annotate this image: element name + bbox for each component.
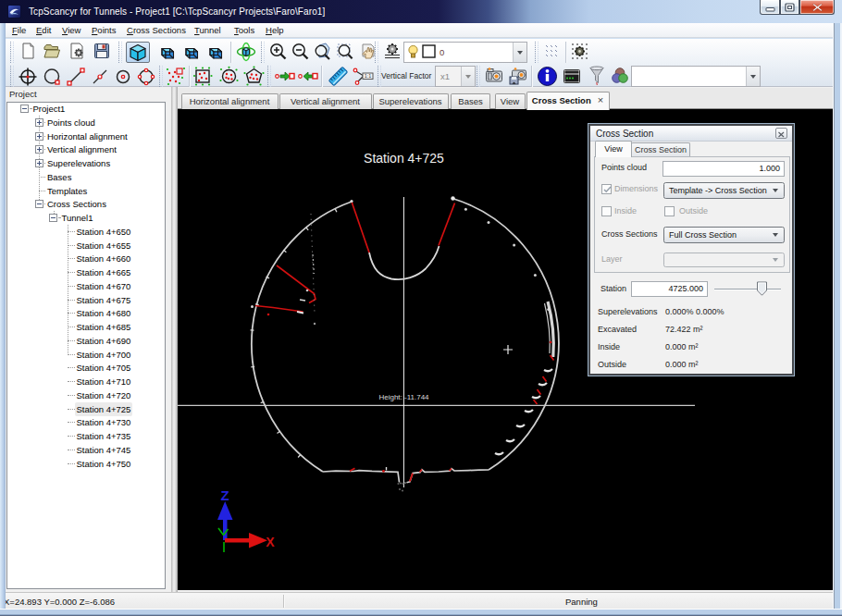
tree-item-label[interactable]: Station 4+745 bbox=[77, 443, 131, 457]
tree-collapse-icon[interactable] bbox=[35, 200, 43, 208]
tree-item-station-4720[interactable]: Station 4+720 bbox=[7, 388, 165, 402]
tree-expand-icon[interactable] bbox=[35, 145, 43, 154]
points-window-icon[interactable] bbox=[192, 66, 214, 87]
tab-close-icon[interactable]: × bbox=[598, 94, 603, 105]
points-polygon-icon[interactable] bbox=[243, 66, 265, 87]
command-window-icon[interactable] bbox=[563, 66, 582, 87]
tree-item-label[interactable]: Station 4+735 bbox=[77, 429, 131, 443]
panel-tab-cross-section[interactable]: Cross Section bbox=[631, 142, 690, 157]
tree-item-label[interactable]: Station 4+675 bbox=[77, 293, 131, 307]
tree-item-vertical-alignment[interactable]: Vertical alignment bbox=[7, 142, 165, 156]
tree-item-label[interactable]: Cross Sections bbox=[47, 197, 106, 211]
tree-item-cross-sections[interactable]: Cross Sections bbox=[7, 197, 165, 211]
layer-combo[interactable] bbox=[663, 253, 785, 267]
menu-points[interactable]: Points bbox=[92, 24, 116, 37]
menu-help[interactable]: Help bbox=[266, 24, 284, 37]
tree-item-label[interactable]: Station 4+690 bbox=[77, 334, 131, 348]
panel-tab-view[interactable]: View bbox=[595, 141, 632, 157]
tree-item-label[interactable]: Station 4+710 bbox=[77, 375, 131, 388]
tree-item-label[interactable]: Tunnel1 bbox=[62, 211, 93, 225]
tree-item-label[interactable]: Templates bbox=[47, 184, 87, 198]
zoom-out-icon[interactable] bbox=[291, 42, 311, 63]
tree-collapse-icon[interactable] bbox=[20, 105, 29, 113]
tab-vertical-alignment[interactable]: Vertical alignment bbox=[279, 93, 372, 109]
cross-section-panel-titlebar[interactable]: Cross Section bbox=[590, 126, 792, 142]
menu-view[interactable]: View bbox=[62, 24, 80, 37]
tab-horizontal-alignment[interactable]: Horizontal alignment bbox=[181, 93, 279, 109]
station-slider[interactable] bbox=[714, 281, 781, 296]
tree-item-label[interactable]: Station 4+685 bbox=[77, 320, 131, 334]
snapshot-save-icon[interactable] bbox=[508, 66, 528, 87]
tree-item-station-4655[interactable]: Station 4+655 bbox=[7, 239, 165, 253]
points-scatter-icon[interactable] bbox=[165, 66, 186, 87]
tree-item-project1[interactable]: Project1 bbox=[7, 102, 165, 116]
line-entity-icon[interactable] bbox=[65, 66, 87, 87]
points-cloud-input[interactable]: 1.000 bbox=[662, 161, 785, 177]
station-slider-thumb[interactable] bbox=[757, 281, 767, 298]
cross-section-panel-close-icon[interactable] bbox=[775, 128, 787, 139]
tree-item-station-4675[interactable]: Station 4+675 bbox=[7, 293, 165, 307]
tree-item-station-4750[interactable]: Station 4+750 bbox=[7, 457, 165, 471]
tree-item-templates[interactable]: Templates bbox=[7, 184, 165, 198]
tree-item-station-4710[interactable]: Station 4+710 bbox=[7, 375, 165, 388]
tree-item-horizontal-alignment[interactable]: Horizontal alignment bbox=[7, 129, 165, 143]
dimensions-combo[interactable]: Template -> Cross Section bbox=[663, 182, 785, 199]
tree-item-label[interactable]: Station 4+720 bbox=[77, 388, 131, 402]
dimensions-checkbox[interactable] bbox=[601, 184, 612, 194]
zoom-extents-icon[interactable] bbox=[335, 42, 355, 63]
view-front-icon[interactable] bbox=[157, 42, 178, 63]
tree-item-label[interactable]: Station 4+725 bbox=[75, 402, 133, 416]
tree-item-label[interactable]: Station 4+700 bbox=[77, 348, 131, 362]
tree-item-bases[interactable]: Bases bbox=[7, 170, 165, 184]
view-top-icon[interactable] bbox=[205, 42, 226, 63]
tree-item-label[interactable]: Project1 bbox=[33, 102, 66, 116]
tree-item-tunnel1[interactable]: Tunnel1 bbox=[7, 211, 165, 225]
tree-item-points-cloud[interactable]: Points cloud bbox=[7, 116, 165, 129]
minimize-button[interactable] bbox=[760, 0, 780, 15]
tree-item-station-4700[interactable]: Station 4+700 bbox=[7, 348, 165, 362]
tab-cross-section[interactable]: Cross Section× bbox=[526, 92, 610, 110]
points-circle-icon[interactable] bbox=[218, 66, 240, 87]
tab-bases[interactable]: Bases bbox=[451, 93, 490, 109]
snapshot-icon[interactable] bbox=[484, 66, 504, 87]
view-side-icon[interactable] bbox=[181, 42, 202, 63]
line-midpoint-icon[interactable] bbox=[89, 66, 111, 87]
tree-item-label[interactable]: Superelevations bbox=[47, 156, 110, 170]
station-input[interactable]: 4725.000 bbox=[631, 281, 708, 297]
tree-item-station-4660[interactable]: Station 4+660 bbox=[7, 252, 165, 265]
menu-tunnel[interactable]: Tunnel bbox=[194, 24, 221, 37]
tree-item-station-4680[interactable]: Station 4+680 bbox=[7, 306, 165, 320]
tree-item-label[interactable]: Station 4+660 bbox=[77, 252, 131, 265]
zoom-in-icon[interactable] bbox=[268, 42, 289, 63]
zoom-window-icon[interactable] bbox=[313, 42, 333, 63]
menu-edit[interactable]: Edit bbox=[36, 24, 51, 37]
menu-file[interactable]: File bbox=[12, 24, 26, 37]
circle-quadrant-icon[interactable] bbox=[135, 66, 157, 87]
assign-forward-icon[interactable] bbox=[274, 66, 295, 87]
tree-item-label[interactable]: Horizontal alignment bbox=[47, 129, 128, 143]
orbit-icon[interactable] bbox=[236, 42, 256, 63]
grid-settings-icon[interactable] bbox=[570, 42, 590, 63]
vertical-factor-combo[interactable]: x1 bbox=[435, 66, 476, 87]
tree-item-station-4690[interactable]: Station 4+690 bbox=[7, 334, 165, 348]
panel-splitter[interactable] bbox=[171, 87, 178, 592]
selection-combo[interactable] bbox=[631, 66, 761, 87]
info-icon[interactable] bbox=[537, 66, 558, 87]
outside-checkbox[interactable] bbox=[664, 206, 675, 216]
tree-item-label[interactable]: Station 4+750 bbox=[77, 457, 131, 471]
tree-item-label[interactable]: Station 4+650 bbox=[77, 225, 131, 239]
filter-icon[interactable] bbox=[588, 66, 606, 87]
view-3d-button[interactable] bbox=[126, 42, 150, 63]
save-icon[interactable] bbox=[93, 42, 113, 63]
assign-back-icon[interactable] bbox=[297, 66, 318, 87]
tree-expand-icon[interactable] bbox=[35, 132, 43, 141]
maximize-button[interactable] bbox=[780, 0, 799, 15]
tree-item-label[interactable]: Station 4+670 bbox=[77, 279, 131, 293]
cross-sections-combo[interactable]: Full Cross Section bbox=[663, 227, 785, 243]
tree-item-label[interactable]: Station 4+665 bbox=[77, 265, 131, 279]
menu-tools[interactable]: Tools bbox=[234, 24, 254, 37]
tree-item-station-4705[interactable]: Station 4+705 bbox=[7, 361, 165, 375]
tree-item-label[interactable]: Station 4+680 bbox=[77, 306, 131, 320]
tree-item-station-4745[interactable]: Station 4+745 bbox=[7, 443, 165, 457]
circle-entity-icon[interactable] bbox=[41, 66, 63, 87]
